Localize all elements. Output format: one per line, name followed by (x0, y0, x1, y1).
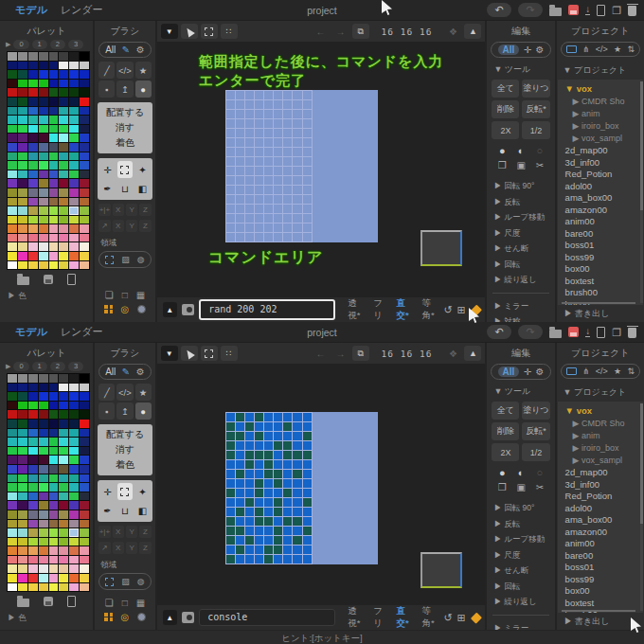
project-folder-item[interactable]: ▶ vox_sampl (565, 455, 643, 467)
hierarchy-icon[interactable]: ⋔ (582, 367, 590, 376)
pattern-tool-icon[interactable]: </> (116, 62, 133, 79)
voxel-cell[interactable] (236, 233, 244, 242)
voxel-cell[interactable] (283, 422, 292, 431)
project-file-item[interactable]: boss01 (565, 562, 643, 574)
palette-swatch[interactable] (80, 170, 89, 179)
voxel-cell[interactable] (236, 148, 244, 156)
voxel-cell[interactable] (303, 176, 312, 185)
voxel-cell[interactable] (236, 110, 244, 118)
voxel-cell[interactable] (274, 205, 282, 213)
palette-swatch[interactable] (18, 456, 27, 464)
voxel-cell[interactable] (255, 100, 263, 109)
palette-swatch[interactable] (80, 556, 89, 564)
voxel-cell[interactable] (303, 422, 312, 431)
voxel-cell[interactable] (293, 119, 301, 128)
voxel-cell[interactable] (236, 214, 244, 223)
brush-icon[interactable]: ✎ (122, 367, 130, 377)
sphere-tool-icon[interactable]: ● (135, 80, 152, 98)
voxel-cell[interactable] (245, 536, 254, 545)
voxel-cell[interactable] (283, 186, 292, 194)
voxel-cell[interactable] (236, 508, 244, 516)
voxel-cell[interactable] (283, 479, 292, 488)
palette-swatch[interactable] (59, 125, 68, 134)
palette-swatch[interactable] (80, 510, 89, 519)
wheel-icon[interactable]: ◎ (121, 612, 130, 622)
palette-swatch[interactable] (39, 429, 48, 438)
palette-swatch[interactable] (28, 88, 38, 97)
voxel-cell[interactable] (274, 489, 282, 497)
sort-icon[interactable]: ⇅ (627, 45, 635, 54)
palette-swatch[interactable] (80, 520, 89, 528)
voxel-cell[interactable] (274, 167, 282, 175)
project-file-item[interactable]: adol00 (565, 181, 643, 193)
tab-model[interactable]: モデル (15, 325, 47, 339)
palette-swatch[interactable] (49, 261, 59, 270)
view-mode-option[interactable]: フリ (373, 605, 387, 630)
project-file-item[interactable]: 3d_inf00 (565, 157, 643, 170)
palette-swatch[interactable] (80, 143, 89, 152)
voxel-cell[interactable] (255, 148, 263, 156)
edit-move-icon[interactable]: ✛ (524, 367, 531, 377)
voxel-cell[interactable] (255, 460, 263, 469)
palette-swatch[interactable] (18, 546, 27, 555)
palette-swatch[interactable] (8, 98, 17, 106)
select-icon[interactable] (117, 483, 134, 500)
square-icon[interactable]: □ (122, 598, 128, 608)
voxel-cell[interactable] (236, 176, 244, 185)
palette-swatch[interactable] (18, 80, 27, 88)
color-section[interactable]: ▶ 色 (8, 291, 93, 302)
palette-swatch[interactable] (59, 80, 68, 88)
palette-swatch[interactable] (69, 410, 79, 419)
voxel-cell[interactable] (226, 119, 235, 128)
voxel-cell[interactable] (245, 224, 254, 232)
palette-swatch[interactable] (39, 492, 48, 501)
palette-swatch[interactable] (28, 107, 38, 116)
erase-mode-button[interactable]: 消す (99, 442, 151, 457)
new-file-icon[interactable] (597, 5, 605, 16)
voxel-cell[interactable] (293, 186, 301, 194)
project-file-item[interactable]: boxtest (565, 598, 643, 610)
voxel-cell[interactable] (303, 214, 312, 223)
save-icon[interactable] (568, 5, 579, 15)
palette-swatch[interactable] (69, 474, 79, 483)
paste-icon[interactable]: ▣ (517, 160, 526, 170)
palette-swatch[interactable] (80, 546, 89, 555)
voxel-cell[interactable] (303, 441, 312, 450)
palette-swatch[interactable] (18, 410, 27, 419)
palette-swatch[interactable] (49, 125, 59, 134)
voxel-cell[interactable] (226, 498, 235, 507)
palette-swatch[interactable] (18, 429, 27, 438)
voxel-cell[interactable] (264, 508, 273, 516)
palette-swatch[interactable] (69, 384, 79, 392)
palette-swatch[interactable] (8, 198, 17, 206)
palette-swatch[interactable] (39, 134, 48, 142)
project-file-item[interactable]: boxtest (565, 276, 643, 288)
voxel-cell[interactable] (245, 176, 254, 185)
pointer-tool-icon[interactable] (181, 24, 198, 39)
edit-section[interactable]: ▶ 繰り返し (487, 594, 554, 610)
palette-swatch[interactable] (28, 143, 38, 152)
palette-swatch[interactable] (49, 538, 59, 546)
canvas-flat-area[interactable] (313, 412, 378, 564)
palette-swatch[interactable] (8, 107, 17, 116)
project-root-item[interactable]: ▼ vox (565, 82, 643, 96)
paste-icon[interactable]: ▣ (517, 482, 526, 492)
palette-swatch[interactable] (8, 116, 17, 124)
voxel-cell[interactable] (283, 110, 292, 118)
voxel-tool-icon[interactable]: ▪ (98, 80, 115, 98)
project-folder-item[interactable]: ▶ CMDR Sho (565, 418, 643, 430)
palette-swatch[interactable] (39, 70, 48, 79)
camera-icon[interactable] (182, 304, 194, 315)
palette-swatch[interactable] (69, 429, 79, 438)
ball-icon[interactable] (137, 613, 146, 621)
mirror-icon[interactable]: +|+ (98, 204, 110, 216)
project-file-item[interactable]: adol00 (565, 503, 643, 515)
palette-swatch[interactable] (18, 501, 27, 510)
palette-swatch[interactable] (49, 80, 59, 88)
palette-swatch[interactable] (8, 242, 17, 251)
voxel-cell[interactable] (303, 91, 312, 99)
palette-swatch[interactable] (59, 170, 68, 179)
palette-swatch[interactable] (18, 261, 27, 270)
voxel-cell[interactable] (245, 129, 254, 137)
voxel-cell[interactable] (226, 432, 235, 440)
